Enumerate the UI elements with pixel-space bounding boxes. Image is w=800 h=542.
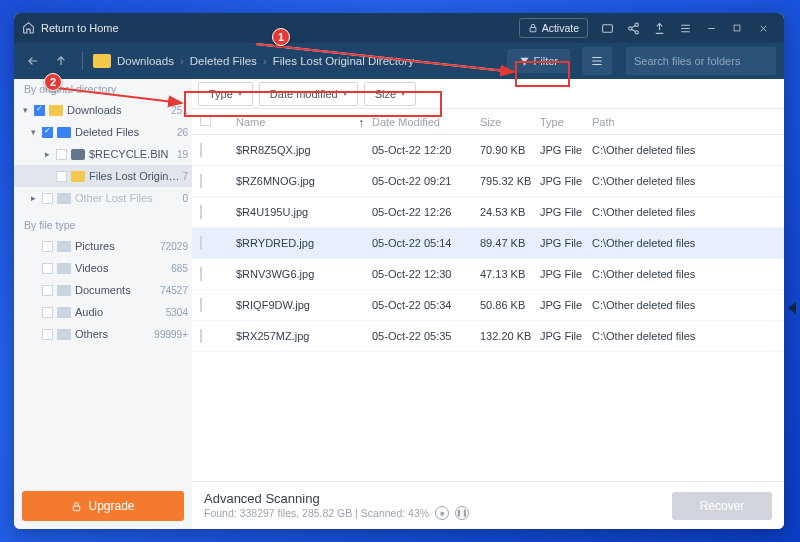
table-row[interactable]: $R4U195U.jpg05-Oct-22 12:2624.53 KBJPG F… <box>192 197 784 228</box>
folder-icon <box>93 54 111 68</box>
recover-button[interactable]: Recover <box>672 492 772 520</box>
chevron-down-icon: ▾ <box>401 89 405 98</box>
row-checkbox[interactable] <box>200 143 202 157</box>
recycle-bin-icon <box>71 149 85 160</box>
svg-rect-2 <box>734 25 740 31</box>
chevron-right-icon[interactable]: ▸ <box>42 149 52 159</box>
close-icon[interactable] <box>750 13 776 43</box>
filter-row: Type▾ Date modified▾ Size▾ <box>192 79 784 109</box>
sidebar: By original directory ▾ Downloads 251 ▾ … <box>14 79 192 529</box>
breadcrumb[interactable]: Deleted Files <box>190 55 257 67</box>
main: By original directory ▾ Downloads 251 ▾ … <box>14 79 784 529</box>
table-header: Name↑ Date Modified Size Type Path <box>192 109 784 135</box>
row-checkbox[interactable] <box>200 267 202 281</box>
tree-item-downloads[interactable]: ▾ Downloads 251 <box>14 99 192 121</box>
pause-button[interactable]: ❚❚ <box>455 506 469 520</box>
tree-item-deleted[interactable]: ▾ Deleted Files 26 <box>14 121 192 143</box>
tree-item-other-lost[interactable]: ▸ Other Lost Files 0 <box>14 187 192 209</box>
checkbox[interactable] <box>42 307 53 318</box>
category-icon <box>57 307 71 318</box>
breadcrumb[interactable]: Files Lost Original Directory <box>273 55 414 67</box>
search-input[interactable] <box>634 55 772 67</box>
chevron-down-icon[interactable]: ▾ <box>28 127 38 137</box>
share-icon[interactable] <box>620 13 646 43</box>
checkbox[interactable] <box>42 127 53 138</box>
scan-stats: Found: 338297 files, 285.82 GB | Scanned… <box>204 507 429 519</box>
checkbox[interactable] <box>42 329 53 340</box>
category-icon <box>57 329 71 340</box>
filter-size[interactable]: Size▾ <box>364 82 416 106</box>
column-date[interactable]: Date Modified <box>372 116 480 128</box>
chevron-right-icon[interactable]: ▸ <box>28 193 38 203</box>
column-size[interactable]: Size <box>480 116 540 128</box>
minimize-icon[interactable] <box>698 13 724 43</box>
navbar: Downloads › Deleted Files › Files Lost O… <box>14 43 784 79</box>
tree-item-type[interactable]: Others99999+ <box>14 323 192 345</box>
folder-icon <box>71 171 85 182</box>
export-icon[interactable] <box>646 13 672 43</box>
sidebar-section-label: By file type <box>14 215 192 235</box>
upgrade-button[interactable]: Upgrade <box>22 491 184 521</box>
tree-item-recycle[interactable]: ▸ $RECYCLE.BIN 19 <box>14 143 192 165</box>
tree-item-type[interactable]: Videos685 <box>14 257 192 279</box>
column-name[interactable]: Name↑ <box>236 116 372 128</box>
stop-button[interactable]: ■ <box>435 506 449 520</box>
table-row[interactable]: $RNV3WG6.jpg05-Oct-22 12:3047.13 KBJPG F… <box>192 259 784 290</box>
divider <box>82 52 83 70</box>
table-row[interactable]: $RX257MZ.jpg05-Oct-22 05:35132.20 KBJPG … <box>192 321 784 352</box>
folder-icon <box>49 105 63 116</box>
folder-icon <box>57 193 71 204</box>
table-row[interactable]: $RIQF9DW.jpg05-Oct-22 05:3450.86 KBJPG F… <box>192 290 784 321</box>
category-icon <box>57 241 71 252</box>
checkbox[interactable] <box>56 171 67 182</box>
svg-rect-4 <box>74 506 80 511</box>
chevron-right-icon: › <box>263 55 267 67</box>
tree-item-lost-original[interactable]: Files Lost Original Direct... 7 <box>14 165 192 187</box>
lock-icon <box>528 23 538 33</box>
checkbox[interactable] <box>42 241 53 252</box>
checkbox[interactable] <box>42 263 53 274</box>
tree-item-type[interactable]: Audio5304 <box>14 301 192 323</box>
feedback-icon[interactable] <box>594 13 620 43</box>
menu-icon[interactable] <box>672 13 698 43</box>
select-all-checkbox[interactable] <box>200 115 211 126</box>
maximize-icon[interactable] <box>724 13 750 43</box>
disclosure-arrow-icon <box>788 302 796 314</box>
checkbox[interactable] <box>42 285 53 296</box>
search-box[interactable] <box>626 47 776 75</box>
view-toggle-button[interactable] <box>582 47 612 75</box>
checkbox[interactable] <box>42 193 53 204</box>
chevron-right-icon: › <box>180 55 184 67</box>
checkbox[interactable] <box>56 149 67 160</box>
activate-button[interactable]: Activate <box>519 18 588 38</box>
category-icon <box>57 285 71 296</box>
content: Type▾ Date modified▾ Size▾ Name↑ Date Mo… <box>192 79 784 529</box>
home-icon[interactable] <box>22 21 35 36</box>
filter-button[interactable]: Filter <box>507 49 570 73</box>
table-row[interactable]: $RR8Z5QX.jpg05-Oct-22 12:2070.90 KBJPG F… <box>192 135 784 166</box>
table-row[interactable]: $RZ6MNOG.jpg05-Oct-22 09:21795.32 KBJPG … <box>192 166 784 197</box>
column-path[interactable]: Path <box>592 116 784 128</box>
filter-date[interactable]: Date modified▾ <box>259 82 358 106</box>
chevron-down-icon[interactable]: ▾ <box>20 105 30 115</box>
table-row[interactable]: $RRYDRED.jpg05-Oct-22 05:1489.47 KBJPG F… <box>192 228 784 259</box>
checkbox[interactable] <box>34 105 45 116</box>
svg-rect-1 <box>602 24 612 32</box>
column-type[interactable]: Type <box>540 116 592 128</box>
row-checkbox[interactable] <box>200 329 202 343</box>
tree-item-type[interactable]: Documents74527 <box>14 279 192 301</box>
row-checkbox[interactable] <box>200 236 202 250</box>
row-checkbox[interactable] <box>200 205 202 219</box>
funnel-icon <box>519 56 530 67</box>
up-button[interactable] <box>50 50 72 72</box>
titlebar: Return to Home Activate <box>14 13 784 43</box>
breadcrumb[interactable]: Downloads <box>117 55 174 67</box>
row-checkbox[interactable] <box>200 174 202 188</box>
filter-type[interactable]: Type▾ <box>198 82 253 106</box>
row-checkbox[interactable] <box>200 298 202 312</box>
tree-item-type[interactable]: Pictures72029 <box>14 235 192 257</box>
return-home-link[interactable]: Return to Home <box>41 22 119 34</box>
app-window: Return to Home Activate Downloads › Dele… <box>14 13 784 529</box>
scan-title: Advanced Scanning <box>204 491 672 506</box>
back-button[interactable] <box>22 50 44 72</box>
